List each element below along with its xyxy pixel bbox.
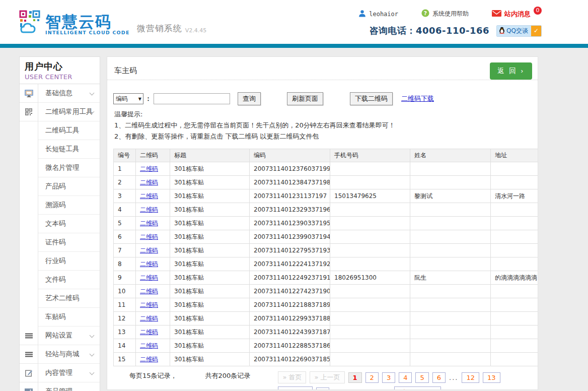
qrcode-link[interactable]: 二维码 <box>140 260 158 268</box>
menu-icon <box>20 345 38 364</box>
cell-name <box>410 230 491 244</box>
search-input[interactable] <box>154 93 230 104</box>
cell-qrcode: 二维码 <box>136 176 170 189</box>
column-header: 编码 <box>250 149 330 162</box>
sidebar-subitem[interactable]: 车贴码 <box>20 308 100 327</box>
monitor-icon <box>20 84 38 103</box>
user-account[interactable]: leohaior <box>358 10 398 19</box>
help-link[interactable]: ? 系统使用帮助 <box>421 9 469 19</box>
sidebar-header: 用户中心 USER CENTER <box>20 57 100 84</box>
qrcode-link[interactable]: 二维码 <box>140 274 158 281</box>
qrcode-link[interactable]: 二维码 <box>140 247 158 254</box>
sidebar-subitem[interactable]: 溯源码 <box>20 196 100 215</box>
pager-buttons: » 首页» 上一页123456...1213» 下一页»末 页 <box>278 371 530 390</box>
qrcode-link[interactable]: 二维码 <box>140 220 158 227</box>
cell-address <box>491 230 539 244</box>
cell-name <box>410 244 491 257</box>
cell-number: 14 <box>114 339 136 353</box>
qrcode-link[interactable]: 二维码 <box>140 288 158 295</box>
cell-name <box>410 312 491 325</box>
sidebar-subitem[interactable]: 二维码工具 <box>20 121 100 140</box>
sidebar-subitem[interactable]: 文本码 <box>20 215 100 233</box>
page-button[interactable]: 5 <box>415 372 428 383</box>
cell-name <box>410 217 491 230</box>
back-button[interactable]: 返 回 › <box>490 62 532 80</box>
cell-address <box>491 339 539 353</box>
sidebar-title: 用户中心 <box>25 60 95 73</box>
sidebar-subitem[interactable]: 微名片管理 <box>20 159 100 177</box>
qrcode-link[interactable]: 二维码 <box>140 301 158 308</box>
page-button[interactable]: 3 <box>382 372 395 383</box>
refresh-page-button[interactable]: 刷新页面 <box>287 92 323 105</box>
download-qrcode-button[interactable]: 下载二维码 <box>350 92 393 105</box>
qrcode-link[interactable]: 二维码 <box>140 233 158 240</box>
icon-spacer <box>20 289 38 308</box>
cell-address: 的滴滴滴滴滴滴 <box>491 271 539 285</box>
cell-phone <box>330 339 410 353</box>
cell-phone: 15013479625 <box>330 189 410 203</box>
page-title: 车主码 <box>114 66 137 76</box>
search-field-select[interactable]: 编码 ▼ <box>113 93 143 104</box>
sidebar-subitem[interactable]: 证件码 <box>20 233 100 252</box>
page-button[interactable]: 6 <box>432 372 446 383</box>
cell-qrcode: 二维码 <box>136 230 170 244</box>
qq-chat-button[interactable]: QQ交谈 ✓ <box>496 25 542 37</box>
sidebar-item[interactable]: 基础信息 <box>20 84 100 103</box>
qrcode-link[interactable]: 二维码 <box>140 165 158 172</box>
sidebar-subitem[interactable]: 产品码 <box>20 177 100 196</box>
svg-text:?: ? <box>424 10 427 17</box>
site-messages[interactable]: 站内消息 0 <box>492 10 542 19</box>
page-button[interactable]: 2 <box>365 372 379 383</box>
sidebar-item[interactable]: 二维码常用工具 <box>20 103 100 121</box>
cell-qrcode: 二维码 <box>136 244 170 257</box>
cell-phone <box>330 257 410 271</box>
cell-code: 20073114012243937187 <box>250 325 330 339</box>
qrcode-link[interactable]: 二维码 <box>140 206 158 213</box>
sidebar-subitem[interactable]: 艺术二维码 <box>20 289 100 308</box>
sidebar-item-label: 文件码 <box>38 271 100 289</box>
system-version: V2.4.45 <box>185 27 207 34</box>
user-name: leohaior <box>369 11 398 18</box>
page-button[interactable]: 13 <box>483 372 500 383</box>
cell-code: 20073114012279537193 <box>250 244 330 257</box>
sidebar-item[interactable]: 轻站与商城 <box>20 345 100 364</box>
qrcode-link[interactable]: 二维码 <box>140 356 158 363</box>
qrcode-download-link[interactable]: 二维码下载 <box>401 94 434 103</box>
sidebar-subitem[interactable]: 文件码 <box>20 271 100 289</box>
sidebar-item-label: 微名片管理 <box>38 159 100 177</box>
sidebar-item-label: 溯源码 <box>38 196 100 215</box>
cell-address <box>491 176 539 189</box>
sidebar-subitem[interactable]: 行业码 <box>20 252 100 271</box>
last-page-button[interactable]: 末 页 <box>394 386 441 390</box>
page-button[interactable]: 4 <box>399 372 412 383</box>
menu-icon <box>20 327 38 345</box>
qrcode-link[interactable]: 二维码 <box>140 329 158 336</box>
cell-phone <box>330 244 410 257</box>
qrcode-link[interactable]: 二维码 <box>140 179 158 186</box>
cell-qrcode: 二维码 <box>136 271 170 285</box>
table-row: 15二维码301栋车贴20073114012269037185 <box>114 353 539 366</box>
sidebar-item[interactable]: 产品管理 <box>20 382 100 391</box>
cell-phone <box>330 298 410 312</box>
next-page-button[interactable]: » 下一页 <box>278 386 313 390</box>
sidebar-item[interactable]: 内容管理 <box>20 364 100 382</box>
page-button[interactable]: 12 <box>462 372 479 383</box>
cell-phone <box>330 203 410 217</box>
brand-title: 智慧云码 <box>45 14 130 30</box>
more-pages-button[interactable]: » <box>316 387 329 390</box>
table-row: 4二维码301栋车贴20073114012329337196 <box>114 203 539 217</box>
qrcode-link[interactable]: 二维码 <box>140 315 158 322</box>
qrcode-link[interactable]: 二维码 <box>140 192 158 200</box>
qrcode-link[interactable]: 二维码 <box>140 342 158 349</box>
sidebar-subitem[interactable]: 长短链工具 <box>20 140 100 159</box>
sidebar-item[interactable]: 网站设置 <box>20 327 100 345</box>
cell-title: 301栋车贴 <box>170 271 250 285</box>
cell-name <box>410 339 491 353</box>
cell-address: 清水河一路 <box>491 189 539 203</box>
query-button[interactable]: 查询 <box>238 92 261 105</box>
cell-number: 1 <box>114 162 136 176</box>
cell-name <box>410 325 491 339</box>
cell-code: 20073114012329337196 <box>250 203 330 217</box>
cell-name <box>410 203 491 217</box>
table-row: 9二维码301栋车贴200731140122492371911802695130… <box>114 271 539 285</box>
